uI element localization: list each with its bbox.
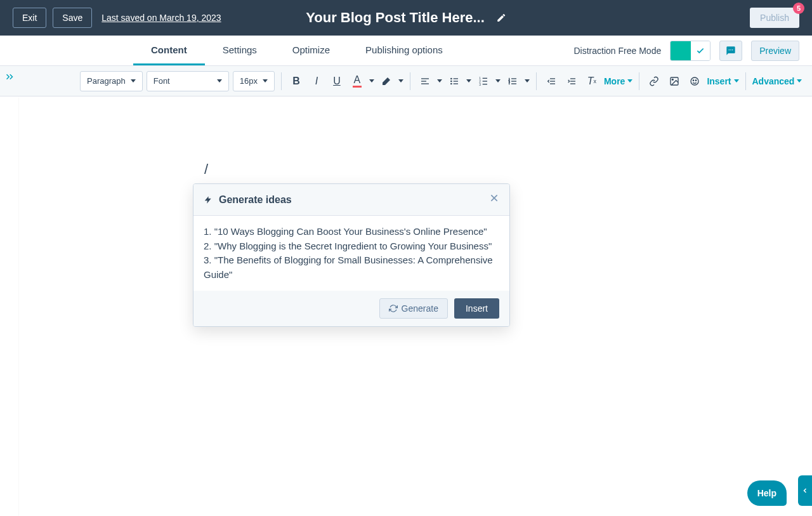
post-title: Your Blog Post Title Here... xyxy=(306,10,485,26)
caret-down-icon[interactable] xyxy=(398,79,403,83)
highlight-icon[interactable] xyxy=(378,71,395,91)
numbered-list-icon[interactable]: 123 xyxy=(475,71,492,91)
line-height-icon[interactable] xyxy=(504,71,521,91)
generate-button[interactable]: Generate xyxy=(379,298,448,319)
caret-down-icon xyxy=(263,79,268,83)
popup-body: 1. "10 Ways Blogging Can Boost Your Busi… xyxy=(193,216,509,291)
font-select[interactable]: Font xyxy=(147,71,229,91)
underline-icon[interactable]: U xyxy=(329,71,345,91)
emoji-icon[interactable] xyxy=(686,71,703,91)
pencil-icon xyxy=(496,13,506,23)
svg-rect-14 xyxy=(483,84,487,84)
refresh-icon xyxy=(389,304,398,313)
toggle-on-side xyxy=(671,41,691,60)
editor-toolbar: Paragraph Font 16px B I U A 123 Tx xyxy=(0,66,812,96)
bullet-list-icon[interactable] xyxy=(446,71,462,91)
tab-optimize[interactable]: Optimize xyxy=(275,36,348,65)
caret-down-icon[interactable] xyxy=(369,79,374,83)
insert-dropdown[interactable]: Insert xyxy=(707,76,738,86)
caret-down-icon xyxy=(217,79,222,83)
svg-point-3 xyxy=(450,77,452,79)
toggle-check-side xyxy=(691,41,710,60)
caret-down-icon[interactable] xyxy=(437,79,442,83)
svg-rect-8 xyxy=(454,83,458,84)
size-label: 16px xyxy=(240,76,258,86)
comment-icon xyxy=(726,46,736,56)
panel-toggle-button[interactable] xyxy=(798,475,812,506)
distraction-free-label: Distraction Free Mode xyxy=(573,46,661,56)
paragraph-label: Paragraph xyxy=(87,76,126,86)
svg-text:3: 3 xyxy=(479,83,481,86)
tabs: Content Settings Optimize Publishing opt… xyxy=(133,36,461,65)
insert-button[interactable]: Insert xyxy=(454,298,499,319)
divider xyxy=(639,72,639,90)
caret-down-icon[interactable] xyxy=(466,79,471,83)
tab-publishing-options[interactable]: Publishing options xyxy=(348,36,461,65)
advanced-label: Advanced xyxy=(752,76,795,86)
more-label: More xyxy=(604,76,625,86)
caret-down-icon xyxy=(627,79,632,83)
align-icon[interactable] xyxy=(417,71,433,91)
more-dropdown[interactable]: More xyxy=(604,76,632,86)
link-icon[interactable] xyxy=(646,71,662,91)
check-icon xyxy=(696,46,705,55)
idea-1: 1. "10 Ways Blogging Can Boost Your Busi… xyxy=(204,225,499,239)
lightning-icon xyxy=(204,195,213,204)
divider xyxy=(410,72,410,90)
caret-down-icon xyxy=(797,79,802,83)
text-color-icon[interactable]: A xyxy=(349,71,365,91)
svg-point-4 xyxy=(450,80,452,82)
slash-command-text: / xyxy=(204,161,208,178)
caret-down-icon xyxy=(734,79,739,83)
advanced-dropdown[interactable]: Advanced xyxy=(752,76,802,86)
distraction-free-toggle[interactable] xyxy=(670,41,710,61)
chevron-left-icon xyxy=(801,487,809,494)
publish-area: Publish 5 xyxy=(750,8,799,28)
svg-point-5 xyxy=(450,83,452,84)
divider xyxy=(745,72,746,90)
comments-button[interactable] xyxy=(719,41,742,61)
popup-footer: Generate Insert xyxy=(193,291,509,326)
bold-icon[interactable]: B xyxy=(288,71,304,91)
right-sub-nav: Distraction Free Mode Preview xyxy=(573,36,799,65)
outdent-icon[interactable] xyxy=(543,71,560,91)
svg-rect-7 xyxy=(454,81,458,81)
svg-point-27 xyxy=(691,77,698,85)
tab-settings[interactable]: Settings xyxy=(205,36,275,65)
divider xyxy=(536,72,537,90)
clear-format-icon[interactable]: Tx xyxy=(584,71,600,91)
paragraph-select[interactable]: Paragraph xyxy=(80,71,143,91)
caret-down-icon xyxy=(131,79,136,83)
indent-icon[interactable] xyxy=(563,71,580,91)
help-button[interactable]: Help xyxy=(747,480,787,506)
popup-header: Generate ideas xyxy=(193,184,509,216)
svg-rect-12 xyxy=(483,77,487,78)
close-icon[interactable] xyxy=(489,193,499,206)
generate-label: Generate xyxy=(402,303,438,314)
save-button[interactable]: Save xyxy=(53,8,92,28)
tab-content[interactable]: Content xyxy=(133,36,205,65)
popup-title: Generate ideas xyxy=(219,194,292,206)
svg-point-29 xyxy=(696,80,697,81)
exit-button[interactable]: Exit xyxy=(13,8,46,28)
svg-point-28 xyxy=(693,80,694,81)
size-select[interactable]: 16px xyxy=(233,71,275,91)
divider xyxy=(281,72,282,90)
last-saved-link[interactable]: Last saved on March 19, 2023 xyxy=(102,13,221,23)
svg-rect-6 xyxy=(454,78,458,79)
publish-button[interactable]: Publish xyxy=(750,8,799,28)
font-label: Font xyxy=(154,76,170,86)
notification-badge: 5 xyxy=(793,3,804,14)
post-title-area[interactable]: Your Blog Post Title Here... xyxy=(306,10,506,26)
caret-down-icon[interactable] xyxy=(525,79,530,83)
idea-2: 2. "Why Blogging is the Secret Ingredien… xyxy=(204,239,499,254)
idea-3: 3. "The Benefits of Blogging for Small B… xyxy=(204,253,499,282)
svg-point-26 xyxy=(672,79,674,80)
italic-icon[interactable]: I xyxy=(308,71,325,91)
svg-rect-13 xyxy=(483,81,487,81)
insert-label: Insert xyxy=(707,76,731,86)
expand-panel-icon[interactable] xyxy=(4,71,15,85)
image-icon[interactable] xyxy=(666,71,683,91)
preview-button[interactable]: Preview xyxy=(751,41,799,61)
caret-down-icon[interactable] xyxy=(495,79,501,83)
